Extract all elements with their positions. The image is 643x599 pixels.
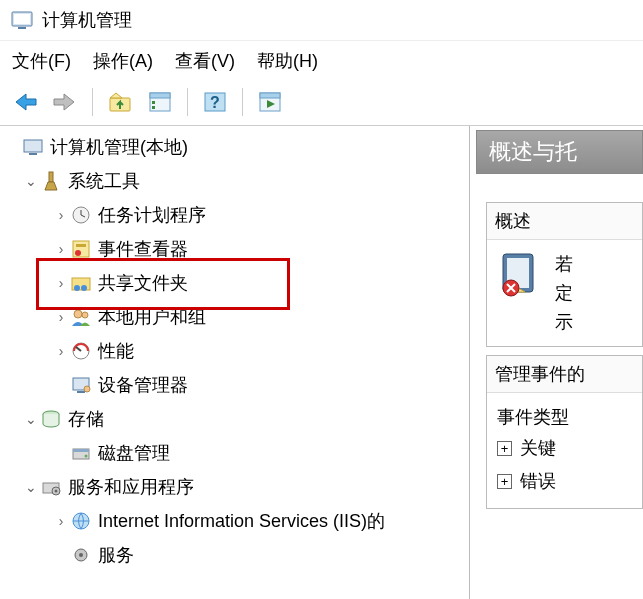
svg-rect-12 — [24, 140, 42, 152]
chevron-down-icon[interactable]: ⌄ — [22, 479, 40, 495]
tree-label: 服务和应用程序 — [68, 475, 202, 499]
chevron-down-icon[interactable]: ⌄ — [22, 411, 40, 427]
menu-help[interactable]: 帮助(H) — [257, 49, 318, 73]
tree-local-users[interactable]: › 本地用户和组 — [0, 300, 469, 334]
services-apps-icon — [40, 476, 62, 498]
list-label: 关键 — [520, 434, 556, 463]
svg-rect-17 — [76, 244, 86, 247]
tree-device-manager[interactable]: 设备管理器 — [0, 368, 469, 402]
tree-label: 性能 — [98, 339, 142, 363]
admin-events-title: 管理事件的 — [487, 356, 642, 393]
event-type-critical[interactable]: + 关键 — [497, 432, 632, 465]
event-type-error[interactable]: + 错误 — [497, 465, 632, 498]
tree-label: 磁盘管理 — [98, 441, 178, 465]
tree-storage[interactable]: ⌄ 存储 — [0, 402, 469, 436]
section-title: 概述与托 — [489, 137, 577, 167]
up-button[interactable] — [103, 87, 137, 117]
svg-point-34 — [55, 490, 58, 493]
expand-icon[interactable]: + — [497, 474, 512, 489]
overview-text: 定 — [555, 279, 573, 308]
svg-text:?: ? — [210, 94, 220, 111]
menu-bar: 文件(F) 操作(A) 查看(V) 帮助(H) — [0, 41, 643, 83]
details-panel: 概述与托 概述 若 — [470, 126, 643, 599]
admin-events-group: 管理事件的 事件类型 + 关键 + 错误 — [486, 355, 643, 508]
tree-event-viewer[interactable]: › 事件查看器 — [0, 232, 469, 266]
svg-rect-30 — [73, 449, 89, 452]
tree-label: 服务 — [98, 543, 142, 567]
event-viewer-icon — [70, 238, 92, 260]
device-icon — [70, 374, 92, 396]
help-button[interactable]: ? — [198, 87, 232, 117]
svg-rect-14 — [49, 172, 53, 182]
tree-root[interactable]: 计算机管理(本地) — [0, 130, 469, 164]
overview-text: 若 — [555, 250, 573, 279]
tools-icon — [40, 170, 62, 192]
svg-rect-11 — [260, 93, 280, 98]
svg-point-27 — [84, 386, 90, 392]
back-button[interactable] — [8, 87, 42, 117]
svg-point-22 — [74, 310, 82, 318]
svg-point-23 — [82, 312, 88, 318]
chevron-right-icon[interactable]: › — [52, 275, 70, 291]
tree-services-apps[interactable]: ⌄ 服务和应用程序 — [0, 470, 469, 504]
svg-rect-13 — [29, 153, 37, 155]
event-log-icon — [497, 250, 545, 298]
tree-label: 设备管理器 — [98, 373, 196, 397]
toolbar: ? — [0, 83, 643, 126]
gear-icon — [70, 544, 92, 566]
tree-label: 计算机管理(本地) — [50, 135, 196, 159]
event-types-label: 事件类型 — [497, 403, 632, 432]
forward-button[interactable] — [48, 87, 82, 117]
expand-icon[interactable]: + — [497, 441, 512, 456]
svg-rect-16 — [73, 241, 89, 257]
overview-group: 概述 若 定 示 — [486, 202, 643, 347]
menu-view[interactable]: 查看(V) — [175, 49, 235, 73]
svg-rect-6 — [152, 101, 155, 104]
overview-text: 示 — [555, 308, 573, 337]
iis-icon — [70, 510, 92, 532]
tree-iis[interactable]: › Internet Information Services (IIS)的 — [0, 504, 469, 538]
computer-icon — [22, 136, 44, 158]
svg-rect-5 — [150, 93, 170, 98]
chevron-right-icon[interactable]: › — [52, 343, 70, 359]
svg-point-20 — [74, 285, 80, 291]
tree-disk-management[interactable]: 磁盘管理 — [0, 436, 469, 470]
tree-label: 任务计划程序 — [98, 203, 214, 227]
run-button[interactable] — [253, 87, 287, 117]
tree-label: Internet Information Services (IIS)的 — [98, 509, 393, 533]
users-icon — [70, 306, 92, 328]
properties-button[interactable] — [143, 87, 177, 117]
tree-label: 存储 — [68, 407, 112, 431]
window-title: 计算机管理 — [42, 8, 132, 32]
chevron-right-icon[interactable]: › — [52, 513, 70, 529]
svg-point-18 — [75, 250, 81, 256]
tree-shared-folders[interactable]: › 共享文件夹 — [0, 266, 469, 300]
tree-performance[interactable]: › 性能 — [0, 334, 469, 368]
svg-rect-7 — [152, 106, 155, 109]
tree-label: 系统工具 — [68, 169, 148, 193]
tree-label: 本地用户和组 — [98, 305, 214, 329]
menu-file[interactable]: 文件(F) — [12, 49, 71, 73]
shared-folder-icon — [70, 272, 92, 294]
list-label: 错误 — [520, 467, 556, 496]
chevron-right-icon[interactable]: › — [52, 309, 70, 325]
menu-action[interactable]: 操作(A) — [93, 49, 153, 73]
svg-point-31 — [85, 455, 88, 458]
app-icon — [10, 8, 34, 32]
svg-rect-2 — [18, 27, 26, 29]
clock-icon — [70, 204, 92, 226]
overview-title: 概述 — [487, 203, 642, 240]
chevron-right-icon[interactable]: › — [52, 241, 70, 257]
tree-services[interactable]: 服务 — [0, 538, 469, 572]
svg-rect-26 — [77, 391, 85, 393]
tree-system-tools[interactable]: ⌄ 系统工具 — [0, 164, 469, 198]
chevron-right-icon[interactable]: › — [52, 207, 70, 223]
chevron-down-icon[interactable]: ⌄ — [22, 173, 40, 189]
tree-task-scheduler[interactable]: › 任务计划程序 — [0, 198, 469, 232]
svg-rect-1 — [14, 14, 30, 24]
svg-point-21 — [81, 285, 87, 291]
storage-icon — [40, 408, 62, 430]
tree-label: 事件查看器 — [98, 237, 196, 261]
svg-point-37 — [79, 553, 83, 557]
tree-label: 共享文件夹 — [98, 271, 196, 295]
